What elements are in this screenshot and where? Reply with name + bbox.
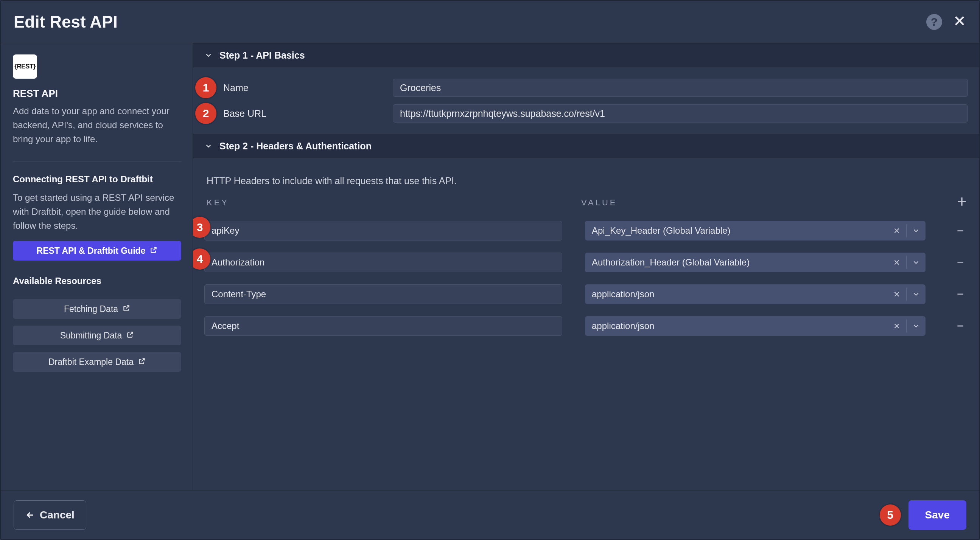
remove-header-button[interactable] bbox=[953, 321, 968, 331]
resource-submitting-data[interactable]: Submitting Data bbox=[13, 326, 181, 345]
step1-title: Step 1 - API Basics bbox=[220, 50, 305, 61]
help-icon[interactable]: ? bbox=[926, 14, 942, 30]
divider bbox=[13, 162, 181, 162]
chevron-down-icon[interactable] bbox=[907, 284, 926, 304]
clear-value-icon[interactable] bbox=[887, 284, 906, 304]
external-link-icon bbox=[150, 246, 158, 256]
kv-columns: KEY VALUE bbox=[204, 195, 968, 210]
chevron-down-icon[interactable] bbox=[907, 221, 926, 240]
clear-value-icon[interactable] bbox=[887, 316, 906, 336]
header-actions: ? bbox=[926, 14, 966, 30]
external-link-icon bbox=[138, 357, 146, 367]
key-column-header: KEY bbox=[204, 198, 581, 208]
guide-button[interactable]: REST API & Draftbit Guide bbox=[13, 241, 181, 260]
baseurl-input[interactable] bbox=[393, 104, 968, 122]
header-key-input[interactable] bbox=[204, 284, 562, 304]
chevron-down-icon[interactable] bbox=[907, 253, 926, 272]
header-key-input[interactable] bbox=[204, 316, 562, 336]
header-value-select[interactable]: application/json bbox=[585, 316, 926, 336]
step2-header[interactable]: Step 2 - Headers & Authentication bbox=[193, 134, 979, 158]
header-row: 4 Authorization_Header (Global Variable) bbox=[204, 249, 968, 276]
add-header-button[interactable] bbox=[956, 195, 968, 210]
resource-example-data[interactable]: Draftbit Example Data bbox=[13, 352, 181, 372]
header-row: application/json bbox=[204, 281, 968, 307]
sidebar-title: REST API bbox=[13, 88, 181, 100]
resource-label: Draftbit Example Data bbox=[48, 357, 134, 367]
header-value-text: Authorization_Header (Global Variable) bbox=[585, 257, 887, 268]
chevron-down-icon bbox=[204, 51, 213, 59]
header-value-text: application/json bbox=[585, 321, 887, 331]
resource-fetching-data[interactable]: Fetching Data bbox=[13, 299, 181, 319]
step1-body: 1 Name 2 Base URL bbox=[193, 67, 979, 134]
chevron-down-icon[interactable] bbox=[907, 316, 926, 336]
modal-footer: Cancel 5 Save bbox=[1, 490, 979, 539]
header-value-text: application/json bbox=[585, 289, 887, 300]
save-button[interactable]: Save bbox=[908, 500, 966, 530]
connect-desc: To get started using a REST API service … bbox=[13, 191, 181, 233]
guide-button-label: REST API & Draftbit Guide bbox=[37, 246, 146, 256]
resource-label: Fetching Data bbox=[64, 304, 118, 314]
baseurl-row: 2 Base URL bbox=[204, 101, 968, 126]
header-row: application/json bbox=[204, 313, 968, 339]
baseurl-label: Base URL bbox=[204, 108, 382, 119]
rest-api-modal: Edit Rest API ? {REST} REST API Add data… bbox=[0, 0, 980, 540]
header-value-select[interactable]: Authorization_Header (Global Variable) bbox=[585, 253, 926, 272]
external-link-icon bbox=[123, 304, 130, 314]
header-value-text: Api_Key_Header (Global Variable) bbox=[585, 226, 887, 236]
save-label: Save bbox=[925, 509, 950, 521]
header-key-input[interactable] bbox=[204, 221, 562, 240]
resources-heading: Available Resources bbox=[13, 276, 181, 286]
clear-value-icon[interactable] bbox=[887, 253, 906, 272]
callout-5: 5 bbox=[880, 505, 901, 526]
header-key-input[interactable] bbox=[204, 253, 562, 272]
step1-header[interactable]: Step 1 - API Basics bbox=[193, 43, 979, 67]
step2-title: Step 2 - Headers & Authentication bbox=[220, 141, 372, 152]
callout-1: 1 bbox=[195, 77, 216, 98]
cancel-label: Cancel bbox=[40, 509, 75, 521]
modal-title: Edit Rest API bbox=[14, 13, 118, 32]
clear-value-icon[interactable] bbox=[887, 221, 906, 240]
step2-body: HTTP Headers to include with all request… bbox=[193, 158, 979, 356]
close-icon[interactable] bbox=[953, 14, 966, 30]
value-column-header: VALUE bbox=[581, 198, 956, 208]
name-label: Name bbox=[204, 83, 382, 94]
name-input[interactable] bbox=[393, 79, 968, 97]
remove-header-button[interactable] bbox=[953, 289, 968, 299]
main-panel: Step 1 - API Basics 1 Name 2 Base URL St… bbox=[193, 43, 979, 490]
name-row: 1 Name bbox=[204, 75, 968, 101]
callout-2: 2 bbox=[195, 103, 216, 124]
remove-header-button[interactable] bbox=[953, 226, 968, 236]
rest-icon: {REST} bbox=[13, 54, 37, 79]
sidebar-desc: Add data to your app and connect your ba… bbox=[13, 104, 181, 146]
chevron-down-icon bbox=[204, 142, 213, 150]
cancel-button[interactable]: Cancel bbox=[14, 500, 86, 530]
connect-heading: Connecting REST API to Draftbit bbox=[13, 174, 181, 184]
header-value-select[interactable]: Api_Key_Header (Global Variable) bbox=[585, 221, 926, 240]
modal-header: Edit Rest API ? bbox=[1, 1, 979, 43]
sidebar: {REST} REST API Add data to your app and… bbox=[1, 43, 193, 490]
arrow-left-icon bbox=[25, 510, 35, 520]
resource-label: Submitting Data bbox=[60, 330, 122, 341]
headers-note: HTTP Headers to include with all request… bbox=[207, 175, 968, 186]
remove-header-button[interactable] bbox=[953, 257, 968, 267]
header-value-select[interactable]: application/json bbox=[585, 284, 926, 304]
header-row: 3 Api_Key_Header (Global Variable) bbox=[204, 218, 968, 244]
external-link-icon bbox=[126, 330, 134, 341]
